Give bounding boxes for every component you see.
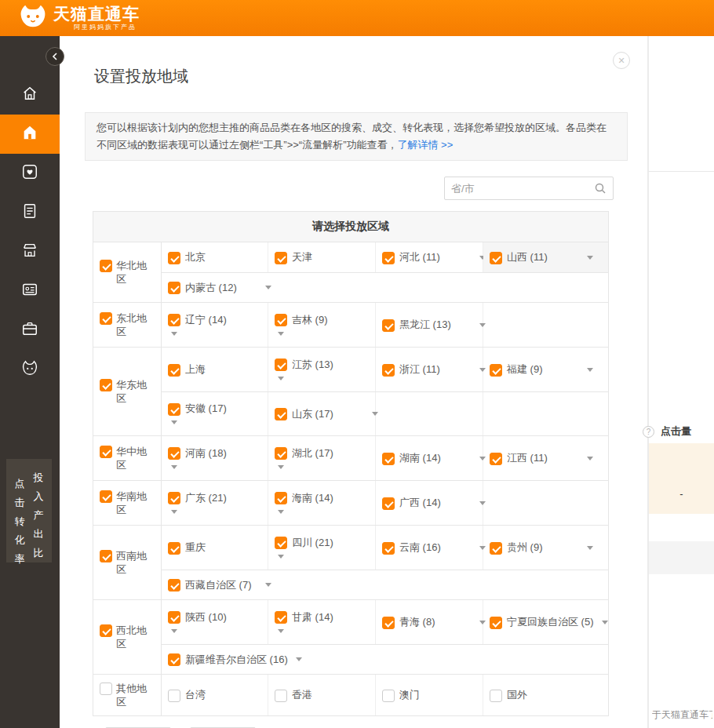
checkbox-checked[interactable] [168, 542, 180, 555]
checkbox-checked[interactable] [275, 492, 287, 504]
checkbox-checked[interactable] [168, 492, 180, 504]
checkbox-checked[interactable] [100, 260, 112, 272]
chevron-down-icon[interactable] [264, 284, 273, 291]
checkbox-checked[interactable] [168, 282, 180, 294]
checkbox-checked[interactable] [490, 364, 502, 377]
region-group-cell[interactable]: 华东地区 [93, 348, 162, 435]
province-cell[interactable]: 海南 (14) [268, 481, 376, 525]
province-cell[interactable]: 安徽 (17) [162, 392, 268, 435]
sidebar-item-account[interactable] [0, 271, 60, 311]
checkbox-checked[interactable] [100, 490, 112, 503]
sidebar-item-tmall[interactable] [0, 350, 60, 389]
region-group-cell[interactable]: 华南地区 [93, 481, 162, 525]
checkbox-checked[interactable] [100, 379, 112, 391]
province-cell[interactable]: 江西 (11) [483, 436, 608, 480]
province-cell[interactable]: 贵州 (9) [483, 526, 608, 570]
checkbox-checked[interactable] [168, 252, 180, 264]
checkbox-checked[interactable] [100, 550, 112, 562]
province-cell[interactable]: 广西 (14) [376, 481, 483, 525]
sidebar-item-campaign[interactable] [0, 115, 60, 154]
checkbox-unchecked[interactable] [382, 690, 395, 702]
sidebar-item-reports[interactable] [0, 193, 60, 232]
checkbox-unchecked[interactable] [275, 690, 287, 702]
checkbox-checked[interactable] [275, 314, 287, 326]
province-cell[interactable]: 福建 (9) [483, 348, 608, 391]
checkbox-checked[interactable] [168, 314, 180, 326]
checkbox-checked[interactable] [168, 364, 180, 377]
chevron-down-icon[interactable] [585, 544, 595, 551]
checkbox-checked[interactable] [168, 653, 180, 666]
chevron-down-icon[interactable] [169, 628, 264, 635]
checkbox-checked[interactable] [168, 447, 180, 460]
province-cell[interactable]: 北京 [162, 242, 268, 272]
close-icon[interactable]: ✕ [613, 52, 630, 69]
checkbox-checked[interactable] [168, 403, 180, 416]
province-cell[interactable]: 湖北 (17) [268, 436, 376, 480]
chevron-down-icon[interactable] [585, 366, 595, 373]
province-cell[interactable]: 内蒙古 (12) [162, 272, 608, 302]
learn-more-link[interactable]: 了解详情 >> [398, 139, 454, 151]
sidebar-item-tools[interactable] [0, 311, 60, 350]
province-cell[interactable]: 宁夏回族自治区 (5) [483, 600, 613, 644]
province-cell[interactable]: 湖南 (14) [376, 436, 483, 480]
province-cell[interactable]: 青海 (8) [376, 600, 483, 644]
sidebar-item-home[interactable] [0, 75, 60, 115]
checkbox-unchecked[interactable] [168, 690, 180, 702]
province-cell[interactable]: 香港 [268, 675, 376, 715]
checkbox-checked[interactable] [490, 617, 502, 629]
province-cell[interactable]: 陕西 (10) [162, 600, 268, 644]
chevron-down-icon[interactable] [585, 254, 595, 261]
chevron-down-icon[interactable] [585, 455, 595, 462]
search-icon[interactable] [594, 182, 613, 195]
province-cell[interactable]: 山东 (17) [268, 392, 376, 435]
checkbox-checked[interactable] [275, 537, 287, 549]
checkbox-unchecked[interactable] [100, 682, 112, 695]
checkbox-checked[interactable] [382, 252, 395, 264]
sidebar-item-favorites[interactable] [0, 154, 60, 193]
chevron-down-icon[interactable] [169, 330, 264, 337]
province-cell[interactable]: 河北 (11) [376, 242, 483, 272]
checkbox-checked[interactable] [168, 579, 180, 592]
province-cell[interactable]: 台湾 [162, 675, 268, 715]
province-cell[interactable]: 河南 (18) [162, 436, 268, 480]
checkbox-checked[interactable] [100, 446, 112, 458]
chevron-down-icon[interactable] [294, 656, 304, 663]
province-cell[interactable]: 西藏自治区 (7) [162, 570, 608, 599]
checkbox-checked[interactable] [382, 497, 395, 510]
checkbox-checked[interactable] [382, 542, 395, 555]
chevron-down-icon[interactable] [276, 628, 372, 635]
region-group-cell[interactable]: 东北地区 [93, 303, 162, 347]
chevron-down-icon[interactable] [276, 508, 372, 515]
region-group-cell[interactable]: 西南地区 [93, 526, 162, 599]
checkbox-checked[interactable] [382, 617, 395, 629]
checkbox-checked[interactable] [275, 447, 287, 460]
region-search-input[interactable] [445, 183, 594, 195]
province-cell[interactable]: 广东 (21) [162, 481, 268, 525]
chevron-down-icon[interactable] [276, 553, 372, 560]
province-cell[interactable]: 甘肃 (14) [268, 600, 376, 644]
province-cell[interactable]: 重庆 [162, 526, 268, 570]
region-group-cell[interactable]: 其他地区 [93, 675, 162, 715]
checkbox-unchecked[interactable] [490, 690, 502, 702]
province-cell[interactable]: 浙江 (11) [376, 348, 483, 391]
province-cell[interactable]: 辽宁 (14) [162, 303, 268, 347]
checkbox-checked[interactable] [275, 611, 287, 624]
checkbox-checked[interactable] [100, 624, 112, 637]
province-cell[interactable]: 新疆维吾尔自治区 (16) [162, 644, 608, 674]
checkbox-checked[interactable] [490, 252, 502, 264]
chevron-down-icon[interactable] [169, 419, 264, 426]
province-cell[interactable]: 山西 (11) [483, 242, 608, 272]
chevron-down-icon[interactable] [276, 375, 372, 382]
province-cell[interactable]: 四川 (21) [268, 526, 376, 570]
chevron-down-icon[interactable] [276, 464, 372, 471]
province-cell[interactable]: 天津 [268, 242, 376, 272]
checkbox-checked[interactable] [275, 252, 287, 264]
province-cell[interactable]: 云南 (16) [376, 526, 483, 570]
brand-logo[interactable]: 天猫直通车 阿里妈妈旗下产品 [19, 4, 140, 32]
chevron-down-icon[interactable] [600, 619, 610, 626]
checkbox-checked[interactable] [382, 319, 395, 332]
province-cell[interactable]: 江苏 (13) [268, 348, 376, 391]
region-group-cell[interactable]: 华中地区 [93, 436, 162, 480]
checkbox-checked[interactable] [275, 359, 287, 371]
checkbox-checked[interactable] [100, 312, 112, 325]
